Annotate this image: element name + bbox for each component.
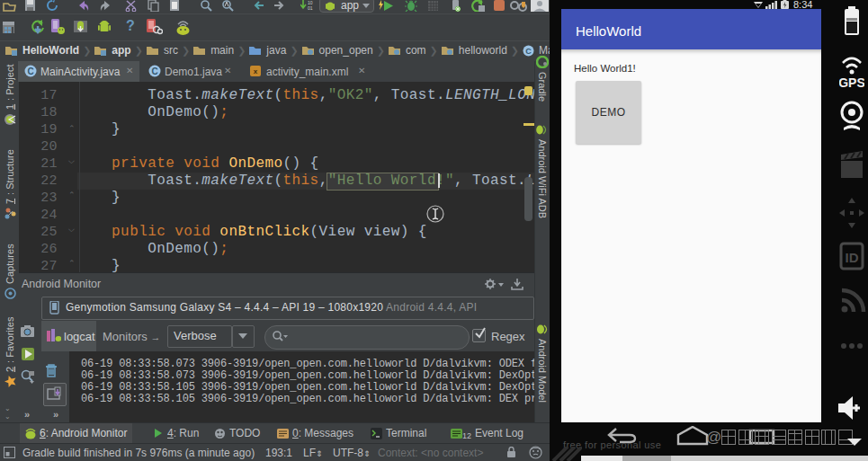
svg-text:GPS: GPS [839, 75, 864, 90]
svg-text:C: C [151, 66, 157, 76]
svg-text:01: 01 [308, 5, 313, 11]
svg-text:x: x [254, 67, 258, 75]
svg-text:C: C [525, 46, 532, 55]
svg-text:C: C [27, 66, 33, 76]
svg-text:ID: ID [846, 250, 859, 265]
